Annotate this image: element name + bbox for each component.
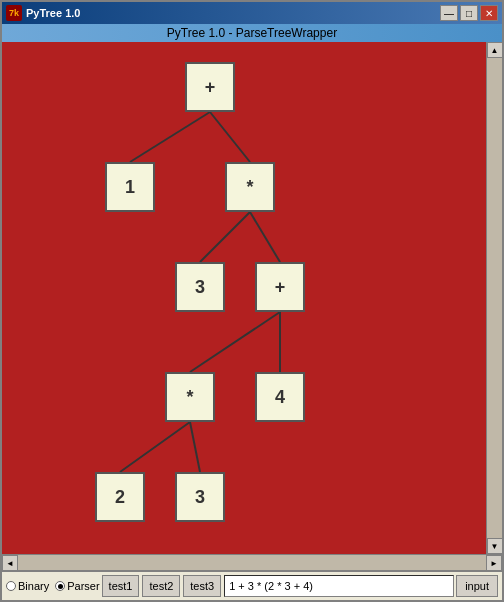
svg-line-2	[200, 212, 250, 262]
scroll-right-button[interactable]: ►	[486, 555, 502, 571]
tree-node-two: 2	[95, 472, 145, 522]
binary-radio[interactable]: Binary	[6, 580, 49, 592]
scroll-left-button[interactable]: ◄	[2, 555, 18, 571]
scrollbar-right: ▲ ▼	[486, 42, 502, 554]
input-tab[interactable]: input	[456, 575, 498, 597]
canvas-title: PyTree 1.0 - ParseTreeWrapper	[2, 24, 502, 42]
tree-node-three2: 3	[175, 472, 225, 522]
svg-line-3	[250, 212, 280, 262]
parser-label: Parser	[67, 580, 99, 592]
svg-line-1	[210, 112, 250, 162]
scroll-down-button[interactable]: ▼	[487, 538, 503, 554]
canvas-area: +1*3+*423	[2, 42, 486, 554]
tab-test2[interactable]: test2	[142, 575, 180, 597]
svg-line-4	[190, 312, 280, 372]
content-area: +1*3+*423 ▲ ▼	[2, 42, 502, 554]
main-window: 7k PyTree 1.0 — □ ✕ PyTree 1.0 - ParseTr…	[0, 0, 504, 602]
tree-node-star1: *	[225, 162, 275, 212]
tree-node-plus_root: +	[185, 62, 235, 112]
app-icon: 7k	[6, 5, 22, 21]
title-bar-text: PyTree 1.0	[26, 7, 80, 19]
title-bar: 7k PyTree 1.0 — □ ✕	[2, 2, 502, 24]
close-button[interactable]: ✕	[480, 5, 498, 21]
minimize-button[interactable]: —	[440, 5, 458, 21]
maximize-button[interactable]: □	[460, 5, 478, 21]
binary-radio-circle[interactable]	[6, 581, 16, 591]
parser-radio[interactable]: Parser	[55, 580, 99, 592]
scroll-up-button[interactable]: ▲	[487, 42, 503, 58]
tree-node-one: 1	[105, 162, 155, 212]
binary-label: Binary	[18, 580, 49, 592]
parser-radio-circle[interactable]	[55, 581, 65, 591]
expression-display: 1 + 3 * (2 * 3 + 4)	[224, 575, 454, 597]
tree-node-star2: *	[165, 372, 215, 422]
tree-node-plus2: +	[255, 262, 305, 312]
svg-line-7	[190, 422, 200, 472]
tree-node-three1: 3	[175, 262, 225, 312]
tree-node-four: 4	[255, 372, 305, 422]
tree-svg	[2, 42, 486, 554]
svg-line-0	[130, 112, 210, 162]
title-bar-left: 7k PyTree 1.0	[6, 5, 80, 21]
title-bar-buttons: — □ ✕	[440, 5, 498, 21]
tab-test3[interactable]: test3	[183, 575, 221, 597]
scroll-track-bottom[interactable]	[18, 555, 486, 571]
bottom-scrollbar: ◄ ►	[2, 554, 502, 570]
status-bar: Binary Parser test1 test2 test3 1 + 3 * …	[2, 570, 502, 600]
tab-test1[interactable]: test1	[102, 575, 140, 597]
svg-line-6	[120, 422, 190, 472]
scroll-track-right[interactable]	[487, 58, 503, 538]
